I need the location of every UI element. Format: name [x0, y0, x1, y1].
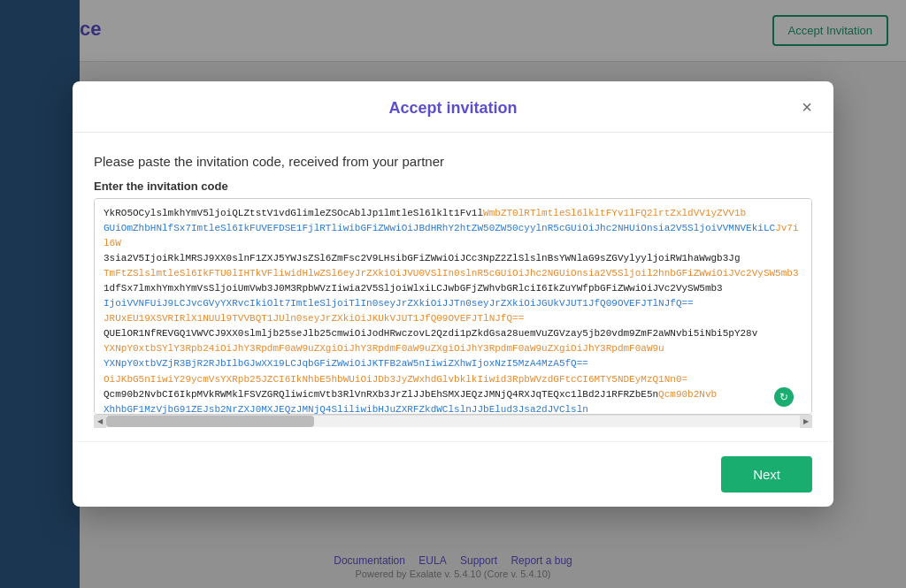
modal-close-button[interactable]: ×: [795, 95, 819, 119]
scroll-right-arrow[interactable]: ▶: [800, 416, 812, 428]
modal-header: Accept invitation ×: [73, 81, 833, 133]
invitation-code-container: YkRO5OCylslmkhYmV5ljoiQLZtstV1vdGlimleZS…: [94, 198, 812, 415]
scroll-track: [106, 416, 800, 427]
invitation-code-display[interactable]: YkRO5OCylslmkhYmV5ljoiQLZtstV1vdGlimleZS…: [95, 199, 811, 414]
scroll-left-arrow[interactable]: ◀: [94, 416, 106, 428]
accept-invitation-modal: Accept invitation × Please paste the inv…: [73, 81, 833, 507]
modal-overlay: Accept invitation × Please paste the inv…: [0, 0, 906, 588]
scroll-thumb: [106, 416, 314, 427]
modal-title: Accept invitation: [388, 99, 517, 118]
next-button[interactable]: Next: [721, 456, 812, 493]
refresh-icon[interactable]: ↻: [774, 387, 794, 407]
modal-body: Please paste the invitation code, receiv…: [73, 133, 833, 441]
horizontal-scrollbar: ◀ ▶: [94, 415, 812, 427]
modal-footer: Next: [73, 441, 833, 507]
modal-description: Please paste the invitation code, receiv…: [94, 154, 812, 169]
field-label: Enter the invitation code: [94, 179, 812, 193]
